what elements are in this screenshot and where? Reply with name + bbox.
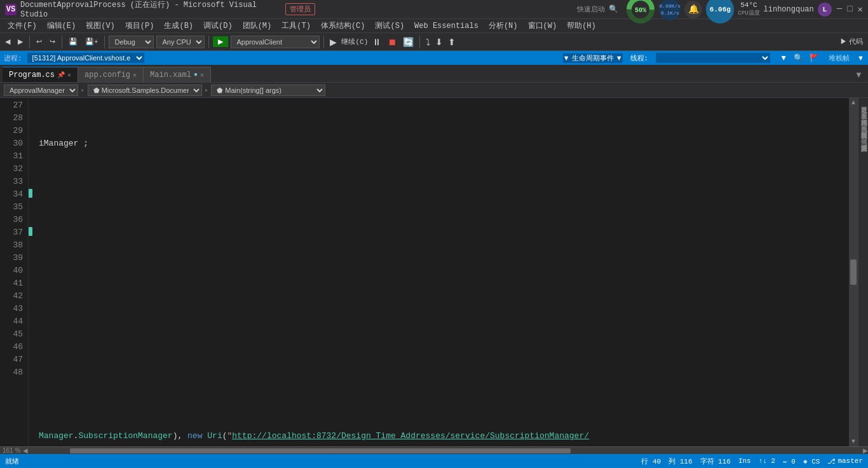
user-name: linhongquan [764, 5, 814, 14]
notification-btn[interactable]: 🔔 [684, 1, 702, 18]
toolbar-sep-5 [323, 36, 324, 48]
net-up: 0.09K/s [660, 3, 681, 10]
path-sep-2: ▸ [205, 86, 209, 94]
step-out-btn[interactable]: ⬆ [446, 36, 458, 48]
code-view-btn[interactable]: ▶ 代码 [837, 36, 865, 48]
zoom-label[interactable]: 161 % [0, 447, 23, 454]
flag-btn[interactable]: 🚩 [808, 52, 821, 64]
tab-main-xaml[interactable]: Main.xaml ● ✕ [144, 67, 211, 82]
branch-icon: ⎇ [827, 457, 836, 465]
menu-project[interactable]: 项目(P) [120, 19, 159, 32]
rp-team-explorer[interactable]: 团队资源管理器 [858, 125, 869, 130]
tab-close-app-config[interactable]: ✕ [133, 71, 137, 79]
scroll-track[interactable] [28, 448, 863, 453]
menu-window[interactable]: 窗口(W) [523, 19, 562, 32]
start-debug-btn[interactable]: ▶ [213, 36, 228, 47]
toolbar-forward-btn[interactable]: ▶ [15, 36, 25, 47]
net-widget: 0.09K/s 0.1K/s [659, 0, 681, 20]
toolbar-redo-btn[interactable]: ↪ [47, 36, 58, 47]
git-branch[interactable]: ⎇ master [827, 457, 863, 465]
status-cs[interactable]: ◈ CS [803, 457, 820, 465]
menu-tools[interactable]: 工具(T) [276, 19, 316, 32]
toolbar-continue-btn[interactable]: ▶ [328, 36, 339, 48]
menu-analyze[interactable]: 分析(N) [484, 19, 523, 32]
scroll-up-btn[interactable]: ▲ [851, 99, 855, 106]
process-dropdown[interactable]: [51312] ApprovalClient.vshost.e [27, 53, 144, 63]
menu-file[interactable]: 文件(F) [3, 19, 42, 32]
toolbar-sep-2 [62, 36, 62, 48]
stack-btn[interactable]: 堆栈帧 [829, 53, 850, 63]
step-into-btn[interactable]: ⬇ [433, 36, 445, 48]
rp-solution-explorer[interactable]: 解决方案资源管理器 [858, 137, 869, 142]
vertical-scrollbar[interactable]: ▲ ▼ [849, 98, 858, 446]
thread-label: 线程: [630, 53, 649, 63]
close-button[interactable]: ✕ [858, 4, 863, 15]
status-col[interactable]: 列 116 [668, 457, 692, 466]
path-bar: ApprovalManager ▸ ⬟ Microsoft.Samples.Do… [0, 83, 868, 98]
h-scroll-thumb[interactable] [70, 448, 571, 453]
menu-architecture[interactable]: 体系结构(C) [316, 19, 370, 32]
menu-view[interactable]: 视图(V) [81, 19, 120, 32]
bookmark-gutter [29, 98, 35, 446]
scroll-right-btn[interactable]: ▶ [863, 447, 868, 454]
menu-web-essentials[interactable]: Web Essentials [409, 20, 484, 32]
menu-debug[interactable]: 调试(D) [198, 19, 238, 32]
tab-close-program-cs[interactable]: ✕ [67, 71, 71, 79]
status-row[interactable]: 行 40 [641, 457, 661, 466]
tab-app-config[interactable]: app.config ✕ [78, 67, 144, 82]
toolbar-stop-btn[interactable]: ⏹ [386, 36, 398, 48]
cpu-dropdown[interactable]: Any CPU [156, 36, 205, 48]
step-over-btn[interactable]: ⤵ [424, 36, 432, 48]
method-selector[interactable]: ⬟ Main(string[] args) [211, 85, 325, 96]
horizontal-scrollbar[interactable]: 161 % ◀ ▶ [0, 446, 868, 454]
line-numbers: 27 28 29 30 31 32 33 34 35 36 37 38 39 4… [0, 98, 29, 446]
cpu-widget: 50% [626, 0, 655, 24]
thread-dropdown[interactable] [656, 53, 770, 63]
namespace-selector[interactable]: ⬟ Microsoft.Samples.DocumentApprovalProc… [88, 85, 202, 96]
maximize-button[interactable]: □ [847, 4, 852, 15]
menu-help[interactable]: 帮助(H) [562, 19, 601, 32]
tab-modified-main-xaml: ● [194, 71, 198, 78]
rp-show-changes[interactable]: 显示更改 [858, 106, 869, 111]
filter-btn[interactable]: ▼ [778, 52, 789, 64]
tab-list-btn[interactable]: ▼ [850, 67, 868, 82]
zoom-down-btn[interactable]: ◀ [23, 447, 28, 454]
rp-recent-changes[interactable]: 最近更改 [858, 99, 869, 104]
debug-config-dropdown[interactable]: Debug Release [109, 36, 154, 48]
class-selector[interactable]: ApprovalManager [4, 85, 78, 96]
scroll-thumb[interactable] [850, 259, 857, 285]
stack-expand-btn[interactable]: ▼ [857, 54, 864, 62]
toolbar-save-all-btn[interactable]: 💾+ [83, 36, 100, 47]
menu-team[interactable]: 团队(M) [238, 19, 277, 32]
menu-build[interactable]: 生成(B) [159, 19, 198, 32]
rp-class-view[interactable]: 类视图 [858, 118, 869, 123]
rp-call-hierarchy[interactable]: 调用层次结构 [858, 112, 869, 117]
toolbar-pause-btn[interactable]: ⏸ [370, 36, 383, 48]
menu-test[interactable]: 测试(S) [370, 19, 409, 32]
rp-properties[interactable]: 属性 [858, 131, 869, 136]
status-ins[interactable]: Ins [738, 457, 751, 465]
mem-value: 6.06g [710, 6, 731, 13]
toolbar-back-btn[interactable]: ◀ [3, 36, 13, 47]
project-dropdown[interactable]: ApprovalClient [231, 36, 320, 48]
debug-toolbar-mini: ▼ 🔍 🚩 [778, 52, 821, 64]
scroll-down-btn[interactable]: ▼ [851, 438, 855, 445]
code-line-33 [39, 379, 849, 392]
lifecycle-btn[interactable]: ▼ 生命周期事件 ▼ [563, 53, 623, 63]
proc-label: 进程: [4, 53, 22, 63]
code-line-30 [39, 265, 849, 277]
code-editor[interactable]: 27 28 29 30 31 32 33 34 35 36 37 38 39 4… [0, 98, 849, 446]
tab-program-cs[interactable]: Program.cs 📌 ✕ [3, 67, 78, 82]
window-controls[interactable]: ─ □ ✕ [837, 4, 863, 15]
tab-pin-program-cs[interactable]: 📌 [57, 71, 65, 79]
minimize-button[interactable]: ─ [837, 4, 842, 15]
code-lines-container[interactable]: iManager ; Manager.SubscriptionManager),… [35, 98, 849, 446]
thread-search-btn[interactable]: 🔍 [792, 52, 805, 64]
code-line-28 [39, 188, 849, 201]
tab-close-main-xaml[interactable]: ✕ [200, 71, 204, 79]
toolbar-save-btn[interactable]: 💾 [66, 36, 80, 47]
menu-edit[interactable]: 编辑(E) [42, 19, 81, 32]
toolbar-restart-btn[interactable]: 🔄 [401, 36, 416, 48]
toolbar-undo-btn[interactable]: ↩ [34, 36, 44, 47]
search-icon: 🔍 [609, 4, 618, 14]
